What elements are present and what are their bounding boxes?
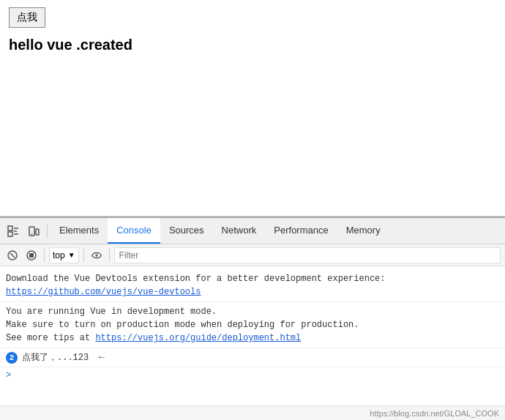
green-arrow-icon: ←: [98, 351, 104, 363]
svg-point-13: [95, 254, 97, 256]
svg-rect-0: [8, 226, 12, 230]
filter-input[interactable]: [114, 247, 501, 263]
tab-elements[interactable]: Elements: [50, 218, 108, 244]
devtools-panel: Elements Console Sources Network Perform…: [0, 217, 505, 420]
tab-network[interactable]: Network: [213, 218, 266, 244]
page-text: hello vue .created: [9, 37, 496, 53]
page-area: 点我 hello vue .created: [0, 0, 505, 217]
toolbar-sep-2: [83, 249, 84, 262]
tab-performance[interactable]: Performance: [265, 218, 337, 244]
toolbar-sep-1: [44, 249, 45, 262]
context-selector[interactable]: top ▼: [49, 247, 79, 263]
eye-icon[interactable]: [89, 247, 105, 263]
svg-rect-1: [8, 232, 12, 236]
chevron-down-icon: ▼: [68, 251, 75, 259]
svg-point-7: [31, 233, 33, 235]
svg-rect-6: [36, 229, 39, 235]
console-prompt[interactable]: >: [0, 367, 505, 383]
click-button[interactable]: 点我: [9, 7, 45, 28]
console-toolbar: top ▼: [0, 244, 505, 266]
tab-console[interactable]: Console: [108, 218, 160, 244]
console-message-user: 2 点我了，...123 ←: [0, 348, 505, 367]
footer-url: https://blog.csdn.net/GLOAL_COOK: [370, 409, 499, 418]
tab-sources[interactable]: Sources: [160, 218, 213, 244]
toolbar-sep-3: [109, 249, 110, 262]
message-badge: 2: [6, 352, 18, 364]
inspect-icon[interactable]: [3, 221, 23, 241]
devtools-tab-bar: Elements Console Sources Network Perform…: [0, 218, 505, 244]
svg-line-9: [10, 253, 15, 258]
console-content: Download the Vue Devtools extension for …: [0, 266, 505, 405]
user-message-text: 点我了，...123 ←: [22, 351, 499, 364]
tab-separator-1: [47, 224, 48, 239]
deployment-link[interactable]: https://vuejs.org/guide/deployment.html: [95, 333, 301, 343]
svg-rect-11: [29, 253, 34, 258]
console-message-devtools: Download the Vue Devtools extension for …: [0, 269, 505, 302]
context-label: top: [53, 250, 65, 260]
devtools-link[interactable]: https://github.com/vuejs/vue-devtools: [6, 287, 201, 297]
console-message-devmode: You are running Vue in development mode.…: [0, 302, 505, 348]
clear-console-icon[interactable]: [4, 247, 20, 263]
tab-memory[interactable]: Memory: [337, 218, 389, 244]
bottom-bar: https://blog.csdn.net/GLOAL_COOK: [0, 405, 505, 420]
stop-icon[interactable]: [23, 247, 40, 263]
device-icon[interactable]: [23, 221, 44, 241]
